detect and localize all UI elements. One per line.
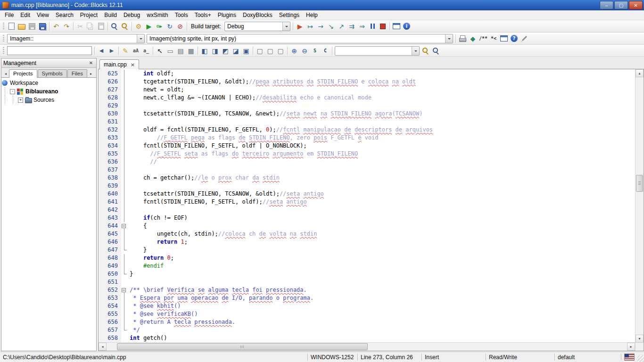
zoom-in-icon[interactable]: ⊕ (289, 46, 299, 56)
find-in-files-icon[interactable] (120, 22, 130, 31)
break-debugger-icon[interactable] (367, 22, 378, 31)
line-number[interactable]: 652 (99, 286, 121, 294)
tab-symbols[interactable]: Symbols (38, 69, 67, 77)
line-number[interactable]: 654 (99, 302, 121, 310)
line-number[interactable]: 634 (99, 142, 121, 150)
management-header[interactable]: Management ✕ (1, 58, 96, 68)
doxyblocks-view-icon[interactable] (499, 34, 509, 43)
match-case-icon[interactable]: aA (131, 46, 141, 56)
doxyblocks-help-icon[interactable]: ? (511, 35, 518, 42)
doxygen-block-comment-icon[interactable]: /** (478, 34, 488, 43)
line-number[interactable]: 643 (99, 214, 121, 222)
c-tool-icon[interactable]: C (320, 46, 330, 56)
tab-scroll-right-icon[interactable]: ▸ (88, 70, 94, 77)
menu-view[interactable]: View (33, 11, 52, 19)
line-number[interactable]: 658 (99, 334, 121, 342)
run-icon[interactable]: ▶ (144, 22, 154, 31)
step-out-icon[interactable]: ↗ (336, 22, 347, 31)
close-icon[interactable]: ✕ (88, 60, 94, 66)
tab-scroll-left-icon[interactable]: ◂ (2, 70, 9, 77)
line-number[interactable]: 628 (99, 94, 121, 102)
tab-files[interactable]: Files (67, 69, 87, 77)
tab-projects[interactable]: Projects (9, 69, 37, 78)
doxyblocks-config-icon[interactable] (519, 34, 529, 43)
debugging-windows-icon[interactable] (391, 22, 402, 31)
save-all-icon[interactable] (37, 22, 48, 31)
new-file-icon[interactable] (6, 22, 17, 31)
stop-debugger-icon[interactable] (378, 22, 388, 31)
line-number[interactable]: 656 (99, 318, 121, 326)
tree-item-biblaureano[interactable]: -Biblaureano (1, 87, 96, 96)
vertical-scrollbar[interactable]: ▴ ▾ (636, 69, 644, 343)
keyboard-layout-flag-icon[interactable] (624, 354, 635, 361)
panel-widget-icon[interactable]: ▤ (175, 46, 186, 56)
scroll-right-button[interactable]: ▸ (627, 343, 635, 351)
code-completion-scope-combo[interactable]: Imagem:: (7, 34, 145, 43)
menu-edit[interactable]: Edit (17, 11, 33, 19)
nav-forward-icon[interactable]: ▶ (107, 46, 117, 56)
line-number[interactable]: 625 (99, 70, 121, 78)
chevron-down-icon[interactable] (412, 47, 419, 55)
menu-help[interactable]: Help (303, 11, 321, 19)
scroll-up-button[interactable]: ▴ (636, 69, 644, 77)
step-into-icon[interactable]: ↘ (326, 22, 336, 31)
fold-marker[interactable] (121, 222, 128, 230)
menu-debug[interactable]: Debug (120, 11, 143, 19)
redo-icon[interactable]: ↷ (61, 22, 72, 31)
menu-file[interactable]: File (1, 11, 17, 19)
line-number[interactable]: 636 (99, 158, 121, 166)
line-number[interactable]: 644 (99, 222, 121, 230)
line-number[interactable]: 640 (99, 190, 121, 198)
toolbar-grip[interactable] (3, 47, 4, 55)
menu-tools[interactable]: Tools (172, 11, 191, 19)
tree-item-sources[interactable]: +Sources (1, 96, 96, 104)
vertical-scroll-thumb[interactable] (636, 175, 643, 192)
run-to-cursor-icon[interactable]: ↦ (305, 22, 315, 31)
incremental-search-input[interactable] (7, 46, 92, 55)
minimize-button[interactable]: – (600, 1, 613, 9)
layout-fill-icon[interactable]: ▣ (241, 46, 251, 56)
doxyblocks-extract-icon[interactable] (457, 34, 468, 43)
scroll-down-button[interactable]: ▾ (636, 335, 644, 343)
undo-icon[interactable]: ↶ (51, 22, 61, 31)
line-number[interactable]: 657 (99, 326, 121, 334)
layout-right-icon[interactable]: ◨ (210, 46, 220, 56)
next-instruction-icon[interactable]: ⇉ (347, 22, 357, 31)
find-icon[interactable] (109, 22, 120, 31)
line-number[interactable]: 642 (99, 206, 121, 214)
layout-left-icon[interactable]: ◧ (199, 46, 210, 56)
rebuild-icon[interactable]: ↻ (165, 22, 175, 31)
code-completion-function-combo[interactable]: Imagem(string sprite, int px, int py) (147, 34, 453, 43)
menu-project[interactable]: Project (77, 11, 101, 19)
line-number[interactable]: 633 (99, 134, 121, 142)
line-number[interactable]: 641 (99, 198, 121, 206)
editor-tab-main-cpp[interactable]: main.cpp × (99, 59, 139, 69)
line-number[interactable]: 629 (99, 102, 121, 110)
step-into-instruction-icon[interactable]: ⇒ (357, 22, 367, 31)
horizontal-scroll-thumb[interactable] (117, 343, 368, 350)
incremental-search-icon[interactable] (421, 46, 431, 56)
close-button[interactable]: ✕ (629, 1, 643, 9)
zoom-out-icon[interactable]: ⊖ (299, 46, 310, 56)
line-number[interactable]: 635 (99, 150, 121, 158)
line-number[interactable]: 650 (99, 270, 121, 278)
abort-build-icon[interactable]: ⊘ (175, 22, 185, 31)
match-word-icon[interactable]: a_ (141, 46, 151, 56)
line-number[interactable]: 655 (99, 310, 121, 318)
line-number[interactable]: 653 (99, 294, 121, 302)
toolbar-grip[interactable] (3, 23, 4, 30)
border-box-icon[interactable]: ▢ (265, 46, 275, 56)
nav-back-icon[interactable]: ◀ (96, 46, 107, 56)
menu-search[interactable]: Search (52, 11, 77, 19)
doxygen-line-comment-icon[interactable]: *< (488, 34, 499, 43)
line-number[interactable]: 647 (99, 246, 121, 254)
image-widget-icon[interactable]: ▦ (186, 46, 196, 56)
line-number[interactable]: 651 (99, 278, 121, 286)
vertical-scroll-track[interactable] (636, 77, 644, 335)
line-number[interactable]: 626 (99, 78, 121, 86)
frame-widget-icon[interactable]: ▭ (165, 46, 175, 56)
open-file-icon[interactable] (17, 22, 27, 31)
resize-grip[interactable] (637, 355, 644, 362)
border-none-icon[interactable]: ▢ (255, 46, 265, 56)
line-number[interactable]: 648 (99, 254, 121, 262)
